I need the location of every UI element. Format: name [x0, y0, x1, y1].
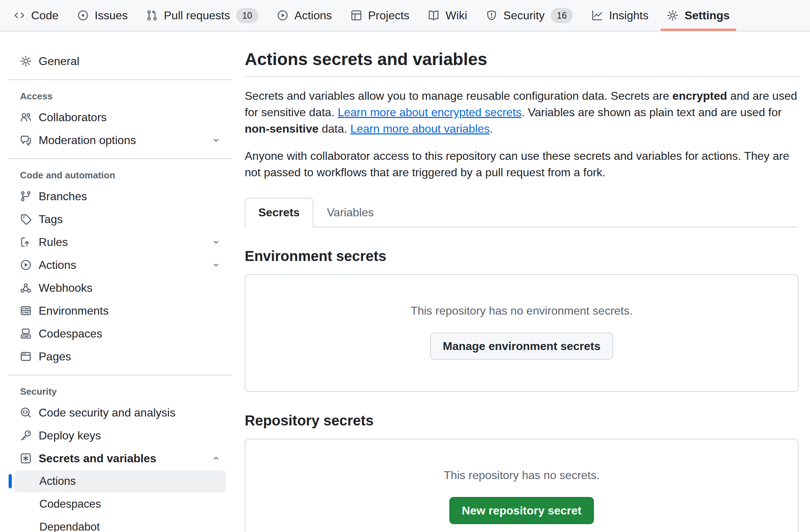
sidebar-item-tags[interactable]: Tags — [14, 208, 226, 230]
sidebar-subitem-codespaces[interactable]: Codespaces — [14, 493, 226, 515]
sidebar-item-label: Tags — [39, 213, 63, 226]
sidebar-item-pages[interactable]: Pages — [14, 345, 226, 368]
codescan-icon — [20, 407, 31, 418]
tab-insights[interactable]: Insights — [583, 0, 657, 31]
sidebar-item-label: Webhooks — [39, 281, 93, 295]
pull-requests-count-badge: 10 — [236, 8, 258, 23]
tab-label: Settings — [684, 9, 730, 22]
git-branch-icon — [20, 191, 31, 202]
settings-main-content: Actions secrets and variables Secrets an… — [245, 31, 799, 532]
link-learn-more-encrypted-secrets[interactable]: Learn more about encrypted secrets — [338, 106, 522, 119]
sidebar-item-deploy-keys[interactable]: Deploy keys — [14, 424, 226, 447]
code-icon — [14, 10, 25, 21]
sidebar-item-secrets-and-variables[interactable]: Secrets and variables — [14, 447, 226, 469]
intro-bold-encrypted: encrypted — [672, 89, 727, 102]
sidebar-section-access: Access — [14, 91, 226, 102]
sidebar-divider — [9, 158, 232, 159]
sidebar-item-branches[interactable]: Branches — [14, 185, 226, 207]
intro-text: . — [490, 122, 493, 135]
tag-icon — [20, 213, 31, 225]
sidebar-item-environments[interactable]: Environments — [14, 300, 226, 322]
asterisk-box-icon — [20, 453, 31, 464]
sidebar-subitem-dependabot[interactable]: Dependabot — [14, 516, 226, 532]
sidebar-item-label: Code security and analysis — [39, 406, 175, 419]
settings-sidebar: General Access Collaborators Moderation … — [0, 31, 240, 532]
key-icon — [20, 430, 31, 441]
tab-actions[interactable]: Actions — [268, 0, 341, 31]
sidebar-item-label: Rules — [39, 236, 68, 249]
collaborator-access-paragraph: Anyone with collaborator access to this … — [245, 148, 799, 181]
intro-paragraph: Secrets and variables allow you to manag… — [245, 88, 799, 137]
sidebar-item-label: Environments — [39, 304, 109, 317]
sidebar-item-label: Branches — [39, 190, 87, 203]
secrets-variables-tabnav: Secrets Variables — [245, 198, 799, 227]
sidebar-section-code-automation: Code and automation — [14, 170, 226, 181]
tab-pull-requests[interactable]: Pull requests 10 — [138, 0, 267, 31]
tab-label: Issues — [95, 9, 128, 22]
tab-wiki[interactable]: Wiki — [419, 0, 475, 31]
sidebar-item-general[interactable]: General — [14, 50, 226, 72]
environment-secrets-empty-text: This repository has no environment secre… — [260, 304, 784, 317]
sidebar-subitem-actions[interactable]: Actions — [14, 470, 226, 492]
environment-secrets-heading: Environment secrets — [245, 248, 799, 264]
chevron-up-icon — [212, 454, 220, 463]
tab-secrets[interactable]: Secrets — [245, 198, 313, 227]
chevron-down-icon — [212, 261, 220, 269]
sidebar-item-actions[interactable]: Actions — [14, 254, 226, 276]
issue-opened-icon — [77, 10, 89, 21]
repository-secrets-heading: Repository secrets — [245, 413, 799, 429]
tab-security[interactable]: Security 16 — [477, 0, 581, 31]
manage-environment-secrets-button[interactable]: Manage environment secrets — [430, 332, 613, 360]
tab-label: Actions — [294, 9, 332, 22]
codespaces-icon — [20, 328, 31, 339]
sidebar-item-label: Secrets and variables — [39, 452, 156, 465]
server-icon — [20, 305, 31, 316]
tab-label: Pull requests — [164, 9, 230, 22]
chevron-down-icon — [212, 238, 220, 246]
repository-secrets-empty-box: This repository has no secrets. New repo… — [245, 439, 799, 532]
gear-icon — [667, 10, 678, 21]
page-title: Actions secrets and variables — [245, 49, 799, 77]
webhook-icon — [20, 282, 31, 294]
gear-icon — [20, 55, 31, 67]
repository-secrets-empty-text: This repository has no secrets. — [260, 469, 784, 482]
tab-label: Code — [31, 9, 59, 22]
sidebar-item-label: Moderation options — [39, 134, 136, 147]
link-learn-more-variables[interactable]: Learn more about variables — [350, 122, 490, 135]
environment-secrets-empty-box: This repository has no environment secre… — [245, 274, 799, 392]
graph-icon — [591, 10, 603, 21]
tab-issues[interactable]: Issues — [69, 0, 136, 31]
sidebar-divider — [9, 375, 232, 375]
sidebar-item-label: Pages — [39, 350, 71, 363]
tab-settings[interactable]: Settings — [658, 0, 738, 31]
sidebar-item-label: Deploy keys — [39, 429, 101, 442]
shield-icon — [486, 10, 497, 21]
play-icon — [277, 10, 288, 21]
security-count-badge: 16 — [551, 8, 573, 23]
browser-icon — [20, 351, 31, 362]
play-icon — [20, 259, 31, 271]
sidebar-item-rules[interactable]: Rules — [14, 231, 226, 253]
sidebar-item-codespaces[interactable]: Codespaces — [14, 322, 226, 345]
new-repository-secret-button[interactable]: New repository secret — [449, 497, 594, 524]
intro-text: data. — [318, 122, 350, 135]
comment-discussion-icon — [20, 134, 31, 146]
sidebar-item-label: Dependabot — [39, 521, 100, 532]
table-icon — [351, 10, 362, 21]
tab-label: Security — [503, 9, 545, 22]
tab-variables[interactable]: Variables — [313, 198, 387, 227]
intro-text: . Variables are shown as plain text and … — [522, 106, 782, 119]
sidebar-item-label: Actions — [39, 258, 76, 272]
sidebar-divider — [9, 79, 232, 80]
sidebar-item-webhooks[interactable]: Webhooks — [14, 277, 226, 299]
sidebar-item-collaborators[interactable]: Collaborators — [14, 106, 226, 128]
sidebar-item-code-security-analysis[interactable]: Code security and analysis — [14, 402, 226, 424]
people-icon — [20, 112, 31, 123]
tab-label: Wiki — [445, 9, 467, 22]
sidebar-item-label: General — [39, 55, 79, 68]
sidebar-item-moderation-options[interactable]: Moderation options — [14, 129, 226, 151]
book-icon — [428, 10, 439, 21]
repo-tab-bar: Code Issues Pull requests 10 Actions Pro… — [0, 0, 810, 31]
tab-projects[interactable]: Projects — [342, 0, 418, 31]
tab-code[interactable]: Code — [5, 0, 67, 31]
